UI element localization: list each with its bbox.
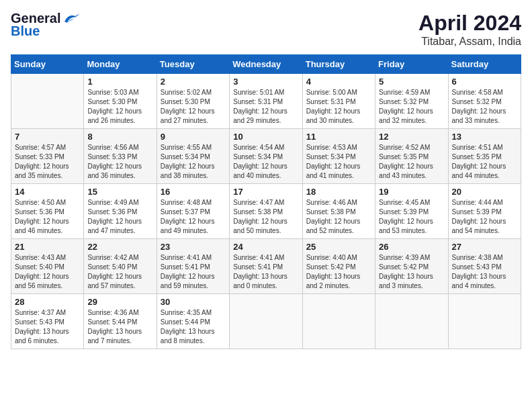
day-number: 29 xyxy=(87,297,152,307)
calendar-subtitle: Titabar, Assam, India xyxy=(418,36,521,48)
day-detail: Sunrise: 4:50 AM Sunset: 5:36 PM Dayligh… xyxy=(15,198,80,236)
day-detail: Sunrise: 4:54 AM Sunset: 5:34 PM Dayligh… xyxy=(233,143,298,181)
day-detail: Sunrise: 5:00 AM Sunset: 5:31 PM Dayligh… xyxy=(306,88,371,126)
calendar-cell: 22Sunrise: 4:42 AM Sunset: 5:40 PM Dayli… xyxy=(84,239,157,294)
day-number: 14 xyxy=(15,187,80,197)
day-detail: Sunrise: 5:01 AM Sunset: 5:31 PM Dayligh… xyxy=(233,88,298,126)
day-number: 19 xyxy=(379,187,444,197)
calendar-cell: 27Sunrise: 4:38 AM Sunset: 5:43 PM Dayli… xyxy=(448,239,521,294)
day-number: 8 xyxy=(87,132,152,142)
day-number: 16 xyxy=(161,187,226,197)
day-detail: Sunrise: 4:38 AM Sunset: 5:43 PM Dayligh… xyxy=(452,253,517,291)
day-number: 5 xyxy=(379,77,444,87)
calendar-cell: 4Sunrise: 5:00 AM Sunset: 5:31 PM Daylig… xyxy=(302,74,375,129)
calendar-cell: 7Sunrise: 4:57 AM Sunset: 5:33 PM Daylig… xyxy=(11,129,84,184)
column-header-friday: Friday xyxy=(375,55,448,74)
calendar-cell: 20Sunrise: 4:44 AM Sunset: 5:39 PM Dayli… xyxy=(448,184,521,239)
calendar-cell: 8Sunrise: 4:56 AM Sunset: 5:33 PM Daylig… xyxy=(84,129,157,184)
day-detail: Sunrise: 4:55 AM Sunset: 5:34 PM Dayligh… xyxy=(161,143,226,181)
calendar-cell xyxy=(375,294,448,349)
calendar-cell: 14Sunrise: 4:50 AM Sunset: 5:36 PM Dayli… xyxy=(11,184,84,239)
day-number: 26 xyxy=(379,242,444,252)
calendar-cell: 11Sunrise: 4:53 AM Sunset: 5:34 PM Dayli… xyxy=(302,129,375,184)
calendar-cell: 13Sunrise: 4:51 AM Sunset: 5:35 PM Dayli… xyxy=(448,129,521,184)
day-detail: Sunrise: 4:58 AM Sunset: 5:32 PM Dayligh… xyxy=(452,88,517,126)
day-detail: Sunrise: 4:37 AM Sunset: 5:43 PM Dayligh… xyxy=(15,308,80,346)
calendar-cell: 6Sunrise: 4:58 AM Sunset: 5:32 PM Daylig… xyxy=(448,74,521,129)
column-header-thursday: Thursday xyxy=(302,55,375,74)
calendar-cell: 3Sunrise: 5:01 AM Sunset: 5:31 PM Daylig… xyxy=(230,74,302,129)
day-detail: Sunrise: 4:59 AM Sunset: 5:32 PM Dayligh… xyxy=(379,88,444,126)
calendar-cell: 21Sunrise: 4:43 AM Sunset: 5:40 PM Dayli… xyxy=(11,239,84,294)
day-detail: Sunrise: 4:42 AM Sunset: 5:40 PM Dayligh… xyxy=(87,253,152,291)
calendar-cell: 16Sunrise: 4:48 AM Sunset: 5:37 PM Dayli… xyxy=(157,184,229,239)
day-number: 11 xyxy=(306,132,371,142)
day-detail: Sunrise: 4:39 AM Sunset: 5:42 PM Dayligh… xyxy=(379,253,444,291)
day-detail: Sunrise: 4:53 AM Sunset: 5:34 PM Dayligh… xyxy=(306,143,371,181)
day-number: 3 xyxy=(233,77,298,87)
calendar-cell: 24Sunrise: 4:41 AM Sunset: 5:41 PM Dayli… xyxy=(230,239,302,294)
day-number: 15 xyxy=(87,187,152,197)
day-number: 17 xyxy=(233,187,298,197)
column-header-monday: Monday xyxy=(84,55,157,74)
day-number: 7 xyxy=(15,132,80,142)
day-detail: Sunrise: 4:51 AM Sunset: 5:35 PM Dayligh… xyxy=(452,143,517,181)
calendar-cell xyxy=(302,294,375,349)
column-header-sunday: Sunday xyxy=(11,55,84,74)
day-detail: Sunrise: 4:44 AM Sunset: 5:39 PM Dayligh… xyxy=(452,198,517,236)
calendar-table: SundayMondayTuesdayWednesdayThursdayFrid… xyxy=(11,54,521,349)
day-detail: Sunrise: 4:49 AM Sunset: 5:36 PM Dayligh… xyxy=(87,198,152,236)
day-number: 21 xyxy=(15,242,80,252)
calendar-cell: 25Sunrise: 4:40 AM Sunset: 5:42 PM Dayli… xyxy=(302,239,375,294)
day-detail: Sunrise: 4:45 AM Sunset: 5:39 PM Dayligh… xyxy=(379,198,444,236)
day-detail: Sunrise: 4:41 AM Sunset: 5:41 PM Dayligh… xyxy=(161,253,226,291)
day-number: 23 xyxy=(161,242,226,252)
day-detail: Sunrise: 5:02 AM Sunset: 5:30 PM Dayligh… xyxy=(161,88,226,126)
calendar-cell xyxy=(230,294,302,349)
calendar-cell: 1Sunrise: 5:03 AM Sunset: 5:30 PM Daylig… xyxy=(84,74,157,129)
day-detail: Sunrise: 4:48 AM Sunset: 5:37 PM Dayligh… xyxy=(161,198,226,236)
day-number: 20 xyxy=(452,187,517,197)
day-number: 25 xyxy=(306,242,371,252)
calendar-cell: 29Sunrise: 4:36 AM Sunset: 5:44 PM Dayli… xyxy=(84,294,157,349)
day-number: 24 xyxy=(233,242,298,252)
day-number: 22 xyxy=(87,242,152,252)
calendar-cell: 10Sunrise: 4:54 AM Sunset: 5:34 PM Dayli… xyxy=(230,129,302,184)
day-number: 9 xyxy=(161,132,226,142)
calendar-cell: 15Sunrise: 4:49 AM Sunset: 5:36 PM Dayli… xyxy=(84,184,157,239)
calendar-cell: 17Sunrise: 4:47 AM Sunset: 5:38 PM Dayli… xyxy=(230,184,302,239)
day-detail: Sunrise: 5:03 AM Sunset: 5:30 PM Dayligh… xyxy=(87,88,152,126)
calendar-header: SundayMondayTuesdayWednesdayThursdayFrid… xyxy=(11,55,521,74)
calendar-cell: 9Sunrise: 4:55 AM Sunset: 5:34 PM Daylig… xyxy=(157,129,229,184)
day-detail: Sunrise: 4:36 AM Sunset: 5:44 PM Dayligh… xyxy=(87,308,152,346)
logo: General Blue xyxy=(11,11,81,39)
title-area: April 2024 Titabar, Assam, India xyxy=(418,11,521,48)
calendar-cell: 23Sunrise: 4:41 AM Sunset: 5:41 PM Dayli… xyxy=(157,239,229,294)
calendar-cell: 5Sunrise: 4:59 AM Sunset: 5:32 PM Daylig… xyxy=(375,74,448,129)
day-number: 13 xyxy=(452,132,517,142)
day-detail: Sunrise: 4:52 AM Sunset: 5:35 PM Dayligh… xyxy=(379,143,444,181)
day-number: 28 xyxy=(15,297,80,307)
day-number: 27 xyxy=(452,242,517,252)
calendar-title: April 2024 xyxy=(418,11,521,36)
day-number: 18 xyxy=(306,187,371,197)
day-number: 30 xyxy=(161,297,226,307)
logo-blue: Blue xyxy=(11,24,40,39)
day-detail: Sunrise: 4:43 AM Sunset: 5:40 PM Dayligh… xyxy=(15,253,80,291)
day-number: 12 xyxy=(379,132,444,142)
day-number: 6 xyxy=(452,77,517,87)
day-number: 1 xyxy=(87,77,152,87)
day-detail: Sunrise: 4:40 AM Sunset: 5:42 PM Dayligh… xyxy=(306,253,371,291)
calendar-cell: 30Sunrise: 4:35 AM Sunset: 5:44 PM Dayli… xyxy=(157,294,229,349)
column-header-tuesday: Tuesday xyxy=(157,55,229,74)
column-header-saturday: Saturday xyxy=(448,55,521,74)
column-header-wednesday: Wednesday xyxy=(230,55,302,74)
day-detail: Sunrise: 4:41 AM Sunset: 5:41 PM Dayligh… xyxy=(233,253,298,291)
calendar-cell: 28Sunrise: 4:37 AM Sunset: 5:43 PM Dayli… xyxy=(11,294,84,349)
calendar-cell: 26Sunrise: 4:39 AM Sunset: 5:42 PM Dayli… xyxy=(375,239,448,294)
calendar-cell: 18Sunrise: 4:46 AM Sunset: 5:38 PM Dayli… xyxy=(302,184,375,239)
logo-bird-icon xyxy=(62,12,81,26)
calendar-cell xyxy=(448,294,521,349)
day-detail: Sunrise: 4:35 AM Sunset: 5:44 PM Dayligh… xyxy=(161,308,226,346)
day-detail: Sunrise: 4:57 AM Sunset: 5:33 PM Dayligh… xyxy=(15,143,80,181)
